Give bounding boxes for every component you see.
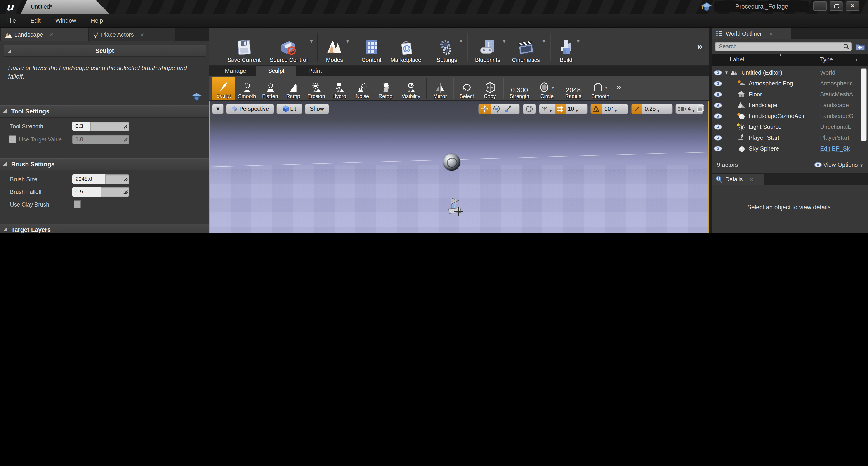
content-button[interactable]: Content [357, 30, 386, 63]
outliner-row[interactable]: Sky Sphere Edit BP_Sk [712, 143, 868, 154]
tool-retop[interactable]: Retop [374, 76, 397, 100]
document-tab[interactable]: Untitled* [21, 0, 110, 13]
sculpt-section-header[interactable]: Sculpt [4, 45, 206, 57]
tools-overflow-chevron-icon[interactable]: » [616, 82, 621, 100]
tool-erosion[interactable]: Erosion [305, 76, 328, 100]
blueprints-button[interactable]: Blueprints [471, 30, 505, 63]
tool-ramp[interactable]: Ramp [282, 76, 305, 100]
edit-blueprint-link[interactable]: Edit BP_Sk [820, 143, 860, 154]
tool-strength-slider[interactable]: 0.3 [72, 122, 129, 131]
menu-help[interactable]: Help [85, 14, 110, 28]
show-flags-button[interactable]: Show [305, 103, 329, 114]
tab-world-outliner[interactable]: World Outliner ✕ [712, 29, 791, 39]
tab-place-actors[interactable]: Place Actors ✕ [89, 29, 175, 41]
tab-landscape-close-icon[interactable]: ✕ [49, 32, 53, 37]
marketplace-button[interactable]: Marketplace [386, 30, 426, 63]
tab-details[interactable]: Details ✕ [712, 174, 764, 185]
tab-landscape[interactable]: Landscape ✕ [1, 29, 88, 41]
tool-noise[interactable]: Noise [351, 76, 374, 100]
surface-snapping-button[interactable]: ▼ [539, 104, 555, 114]
smooth-falloff-dropdown-icon[interactable]: ▼ [604, 86, 608, 90]
outliner-row[interactable]: Floor StaticMeshA [712, 89, 868, 100]
outliner-search-input[interactable]: Search... [715, 42, 852, 51]
tool-copy[interactable]: Copy [478, 76, 501, 100]
modes-button[interactable]: Modes [321, 30, 348, 63]
type-filter-icon[interactable]: ▼ [855, 57, 859, 62]
perspective-button[interactable]: Perspective [226, 103, 274, 114]
column-type[interactable]: Type [820, 56, 833, 63]
lit-mode-button[interactable]: Lit [276, 103, 303, 114]
brush-strength-control[interactable]: 0.300 Strength [505, 76, 534, 100]
player-start-gizmo[interactable] [445, 195, 466, 217]
column-label[interactable]: Label [730, 56, 744, 63]
tutorial-graduation-cap-icon[interactable] [701, 2, 712, 12]
use-target-value-checkbox[interactable] [9, 135, 16, 143]
target-layers-header[interactable]: Target Layers [0, 224, 209, 233]
slider-grip-icon[interactable] [123, 123, 128, 129]
visibility-eye-icon[interactable] [714, 81, 722, 86]
close-button[interactable]: ✕ [846, 1, 860, 11]
tool-visibility[interactable]: Visibility [397, 76, 425, 100]
tool-mirror[interactable]: Mirror [429, 76, 452, 100]
settings-button[interactable]: Settings [432, 30, 461, 63]
minimize-button[interactable]: ─ [813, 1, 827, 11]
tool-hydro[interactable]: Hydro [328, 76, 351, 100]
cinematics-button[interactable]: Cinematics [507, 30, 545, 63]
tab-paint[interactable]: Paint [297, 66, 333, 76]
outliner-row[interactable]: Light Source DirectionalL [712, 122, 868, 132]
brush-smooth-falloff-control[interactable]: ▼ Smooth [586, 76, 614, 100]
menu-file[interactable]: File [0, 14, 22, 28]
outliner-row[interactable]: Landscape Landscape [712, 100, 868, 111]
visibility-eye-icon[interactable] [714, 103, 722, 108]
brush-radius-control[interactable]: 2048 Radius [560, 76, 586, 100]
tool-settings-header[interactable]: Tool Settings [0, 105, 209, 118]
camera-speed-button[interactable]: 4 ▼ [676, 104, 698, 114]
brush-settings-header[interactable]: Brush Settings [0, 158, 209, 170]
tool-flatten[interactable]: Flatten [258, 76, 282, 100]
tool-sculpt[interactable]: Sculpt [212, 77, 235, 100]
source-control-button[interactable]: Source Control [265, 30, 312, 63]
tool-smooth[interactable]: Smooth [236, 76, 258, 100]
scale-snap-value-dropdown[interactable]: 0.25 ▼ [643, 104, 662, 114]
restore-button[interactable] [830, 1, 843, 11]
brush-size-slider[interactable]: 2048.0 [72, 175, 129, 184]
move-tool-button[interactable] [479, 104, 491, 114]
maximize-viewport-button[interactable] [697, 105, 704, 114]
menu-edit[interactable]: Edit [24, 14, 47, 28]
visibility-eye-icon[interactable] [714, 146, 722, 151]
slider-grip-icon[interactable] [123, 189, 128, 194]
rotation-snap-toggle-button[interactable] [591, 104, 602, 114]
grid-snap-value-dropdown[interactable]: 10 ▼ [565, 104, 581, 114]
visibility-eye-icon[interactable] [714, 114, 722, 119]
falloff-dropdown-icon[interactable]: ▼ [551, 86, 555, 90]
outliner-row[interactable]: LandscapeGizmoActi LandscapeG [712, 111, 868, 122]
brush-falloff-type-control[interactable]: ▼ Circle [534, 76, 560, 100]
viewport[interactable]: ▼ Perspective Lit Show [209, 101, 709, 233]
view-options-button[interactable]: View Options ▼ [814, 158, 864, 172]
slider-grip-icon[interactable] [123, 176, 128, 182]
brush-falloff-slider[interactable]: 0.5 [72, 187, 129, 197]
outliner-row[interactable]: Player Start PlayerStart [712, 132, 868, 143]
use-clay-brush-checkbox[interactable] [74, 200, 81, 208]
visibility-eye-icon[interactable] [714, 135, 722, 141]
outliner-close-icon[interactable]: ✕ [769, 31, 773, 37]
tab-manage[interactable]: Manage [216, 66, 255, 76]
tab-sculpt[interactable]: Sculpt [256, 66, 296, 76]
details-close-icon[interactable]: ✕ [749, 177, 754, 182]
outliner-scrollbar[interactable] [861, 68, 867, 142]
rotation-snap-value-dropdown[interactable]: 10° ▼ [602, 104, 620, 114]
outliner-column-header[interactable]: Label ▲ Type ▼ [712, 54, 868, 66]
grid-snap-toggle-button[interactable] [555, 104, 565, 114]
outliner-row[interactable]: Atmospheric Fog Atmospheric [712, 78, 868, 89]
outliner-row[interactable]: ▼ Untitled (Editor) World [712, 67, 868, 78]
new-folder-icon[interactable] [855, 42, 865, 51]
world-local-toggle-button[interactable] [523, 103, 536, 114]
expander-icon[interactable]: ▼ [724, 67, 729, 78]
rotate-tool-button[interactable] [491, 104, 502, 114]
visibility-eye-icon[interactable] [714, 70, 722, 75]
tab-place-actors-close-icon[interactable]: ✕ [140, 32, 144, 37]
scale-tool-button[interactable] [502, 104, 514, 114]
tool-select[interactable]: Select [455, 76, 478, 100]
menu-window[interactable]: Window [49, 14, 83, 28]
viewport-options-dropdown[interactable]: ▼ [212, 103, 224, 114]
